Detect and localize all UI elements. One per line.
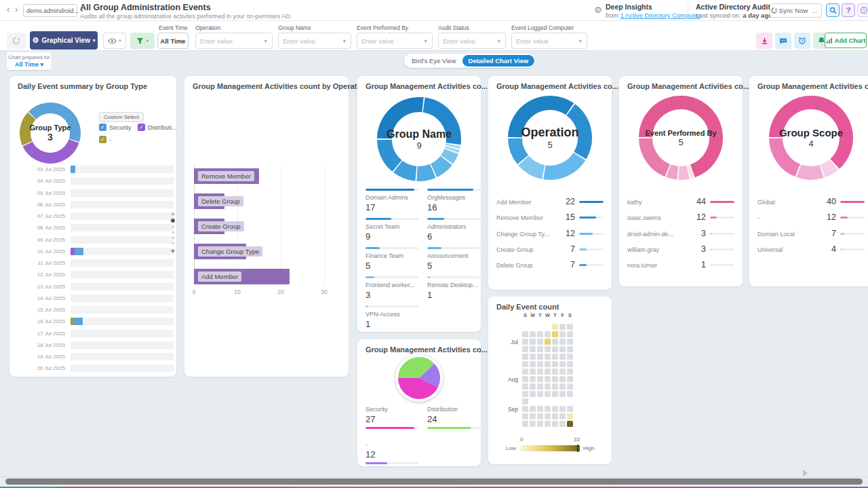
refresh-charts-button[interactable]	[7, 33, 26, 49]
legend-value: 3	[701, 244, 706, 254]
legend-bar-track	[366, 218, 418, 220]
legend-bar-track	[579, 233, 604, 235]
legend-value: 5	[366, 261, 418, 271]
legend-row: Change Group Ty...12	[496, 229, 604, 241]
filter-dropdown-audit-status[interactable]: Enter value▼	[438, 33, 506, 49]
scroll-dot[interactable]	[171, 219, 175, 223]
heatmap-cell	[559, 339, 566, 345]
legend-bar-track	[840, 233, 865, 235]
legend-label: Domain Local	[757, 231, 795, 238]
date-row: 09 Jul 2025	[9, 236, 176, 244]
placeholder-text: Enter value	[516, 37, 549, 45]
legend-checkbox-[interactable]: ✓-	[99, 136, 111, 143]
tab-detailed-chart-view[interactable]: Detailed Chart View	[462, 55, 535, 67]
comment-button[interactable]	[775, 33, 791, 49]
scroll-dot[interactable]	[172, 237, 174, 239]
history-button[interactable]	[857, 3, 868, 17]
help-button[interactable]: ?	[842, 3, 855, 17]
sync-more-button[interactable]: ...	[808, 3, 822, 18]
legend-bar-track	[427, 276, 480, 278]
legend-bar-fill	[427, 189, 473, 191]
horizontal-scrollbar-thumb[interactable]	[5, 478, 863, 485]
scroll-right-icon	[803, 470, 808, 476]
scroll-down-icon[interactable]	[171, 250, 175, 253]
forward-icon[interactable]: ›	[15, 4, 18, 14]
scale-marker	[577, 445, 578, 452]
legend-value: 12	[366, 449, 418, 459]
legend-label: Security	[366, 406, 418, 413]
schedule-button[interactable]	[794, 33, 810, 49]
legend-bar-track	[427, 247, 480, 249]
heatmap-cell	[522, 398, 528, 405]
column-visibility-button[interactable]: ▾	[103, 33, 126, 49]
scroll-up-icon[interactable]	[171, 212, 175, 215]
graphical-view-button[interactable]: ⚙ Graphical View ▾	[30, 31, 98, 50]
checkbox-checked-icon: ✓	[99, 136, 106, 143]
filter-label: Event Logged Computer	[511, 24, 574, 31]
chart-prepared-chip[interactable]: Chart prepared for All Time ▾	[7, 52, 52, 70]
tab-bird-s-eye-view[interactable]: Bird's Eye View	[406, 57, 462, 64]
row-scroller[interactable]	[170, 212, 176, 253]
legend-label: Remove Member	[496, 214, 543, 221]
bar-label: Remove Member	[198, 171, 254, 181]
event-time-value-button[interactable]: All Time	[157, 33, 189, 49]
top-bar: ‹ › demo.admindroid... ▾ All Group Admin…	[0, 0, 868, 21]
date-bar-track	[71, 364, 174, 372]
export-button[interactable]	[756, 33, 772, 49]
filter-dropdown-event-logged-computer[interactable]: Enter value▼	[511, 33, 587, 49]
legend-value: 6	[427, 231, 480, 242]
date-row: 14 Jul 2025	[9, 295, 176, 303]
back-icon[interactable]: ‹	[7, 4, 9, 14]
date-label: 16 Jul 2025	[12, 318, 65, 324]
eye-icon	[108, 38, 117, 44]
card-daily-event-count: Daily Event count SMTWTFSJulAugSep033Low…	[488, 297, 612, 464]
add-chart-button[interactable]: Add Chart	[825, 33, 867, 48]
date-label: 15 Jul 2025	[12, 307, 65, 313]
filter-dropdown-operation[interactable]: Enter value▼	[195, 33, 273, 49]
search-icon	[829, 7, 837, 14]
legend-bar-track	[840, 248, 865, 250]
legend-value: 44	[696, 197, 706, 206]
date-label: 18 Jul 2025	[12, 342, 65, 348]
filter-dropdown-group-name[interactable]: Enter value▼	[278, 33, 351, 49]
scroll-dot[interactable]	[172, 231, 174, 233]
legend-checkbox-security[interactable]: ✓Security	[99, 124, 132, 131]
legend-bar-fill	[710, 217, 717, 219]
checkbox-label: Security	[109, 124, 132, 131]
add-chart-icon	[826, 37, 833, 44]
legend-label: william.gray	[627, 246, 659, 253]
heatmap-cell	[559, 406, 566, 412]
date-label: 11 Jul 2025	[12, 260, 65, 266]
legend-checkbox-distributi[interactable]: ✓Distributi...	[138, 124, 177, 131]
heatmap-cell	[537, 391, 543, 397]
deep-insights-label: Deep Insights	[606, 3, 652, 11]
sync-now-button[interactable]: Sync Now	[770, 3, 809, 18]
ad-computer-link[interactable]: 1 Active Directory Computer	[620, 12, 701, 19]
funnel-icon	[136, 37, 144, 45]
download-icon	[761, 37, 768, 45]
scroll-dot[interactable]	[172, 242, 174, 244]
date-row: 11 Jul 2025	[9, 259, 176, 267]
global-search-button[interactable]	[826, 3, 840, 17]
legend-value: 1	[701, 260, 706, 269]
filter-dropdown-event-performed-by[interactable]: Enter value▼	[357, 33, 433, 49]
legend-item: -12	[366, 441, 418, 464]
group-type-donut: Group Type 3	[19, 102, 81, 164]
date-label: 05 Jul 2025	[12, 190, 65, 196]
legend-row: droid-admin-de...3	[627, 229, 734, 241]
custom-select-button[interactable]: Custom Select	[99, 112, 144, 122]
legend-bar-fill	[427, 276, 430, 278]
legend-bar-track	[366, 462, 418, 464]
legend-row: Remove Member15	[496, 212, 604, 225]
heatmap-cell	[552, 376, 558, 382]
scroll-dot[interactable]	[172, 226, 174, 228]
tenant-selector[interactable]: demo.admindroid... ▾	[23, 4, 77, 17]
filter-button[interactable]: ▾	[130, 33, 155, 49]
date-label: 14 Jul 2025	[12, 295, 65, 301]
calendar-heatmap: SMTWTFSJulAugSep033LowHigh	[488, 297, 612, 464]
chevron-down-icon: ▼	[497, 39, 501, 43]
legend-label: Delete Group	[496, 262, 533, 269]
date-bar-track	[71, 295, 174, 302]
legend-item: Frontend worker...3	[366, 276, 418, 300]
legend-bar-track	[366, 247, 418, 249]
